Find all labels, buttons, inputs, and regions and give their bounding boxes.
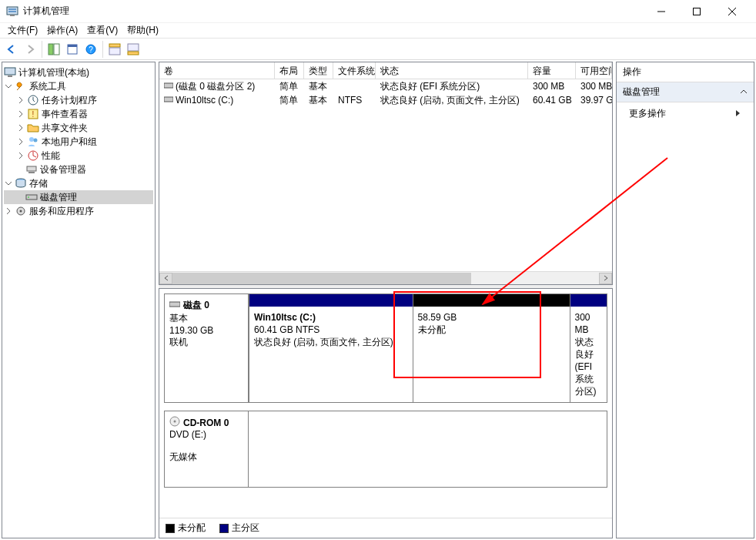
vol-status: 状态良好 (EFI 系统分区) xyxy=(376,79,528,94)
scroll-thumb[interactable] xyxy=(172,273,471,284)
workspace: 计算机管理(本地) 系统工具 任务计划程序 ! 事件查看器 共享文件夹 xyxy=(0,60,756,540)
view-bottom-button[interactable] xyxy=(125,41,142,58)
menu-help[interactable]: 帮助(H) xyxy=(122,22,163,39)
users-icon xyxy=(27,136,39,148)
menu-file[interactable]: 文件(F) xyxy=(3,22,42,39)
scroll-track[interactable] xyxy=(172,273,599,284)
svg-rect-27 xyxy=(28,172,35,173)
tree-local-users[interactable]: 本地用户和组 xyxy=(4,135,153,149)
actions-more[interactable]: 更多操作 xyxy=(617,102,754,125)
tree-disk-management-label: 磁盘管理 xyxy=(40,191,77,204)
scroll-right-button[interactable] xyxy=(599,273,612,284)
volume-row[interactable]: Win10ltsc (C:) 简单 基本 NTFS 状态良好 (启动, 页面文件… xyxy=(159,93,612,107)
svg-rect-5 xyxy=(694,8,701,15)
tree-root[interactable]: 计算机管理(本地) xyxy=(4,65,153,79)
tree-services-apps[interactable]: 服务和应用程序 xyxy=(4,204,153,218)
tree-performance[interactable]: 性能 xyxy=(4,149,153,163)
volume-row[interactable]: (磁盘 0 磁盘分区 2) 简单 基本 状态良好 (EFI 系统分区) 300 … xyxy=(159,79,612,93)
tree-local-users-label: 本地用户和组 xyxy=(42,136,97,149)
actions-section[interactable]: 磁盘管理 xyxy=(617,82,754,102)
services-icon xyxy=(15,205,27,217)
tree-task-scheduler-label: 任务计划程序 xyxy=(42,94,97,107)
close-button[interactable] xyxy=(714,0,750,23)
volume-list-header: 卷 布局 类型 文件系统 状态 容量 可用空间 xyxy=(159,62,612,79)
disk-panel: 磁盘 0 基本 119.30 GB 联机 Win10ltsc (C:) 60.4… xyxy=(159,288,613,538)
nav-forward-button[interactable] xyxy=(22,41,38,58)
vol-status: 状态良好 (启动, 页面文件, 主分区) xyxy=(376,93,528,108)
minimize-button[interactable] xyxy=(644,0,679,23)
disk-kind: DVD (E:) xyxy=(169,429,243,440)
partition[interactable]: Win10ltsc (C:) 60.41 GB NTFS 状态良好 (启动, 页… xyxy=(249,293,413,403)
col-layout[interactable]: 布局 xyxy=(275,62,304,79)
tree-disk-management[interactable]: 磁盘管理 xyxy=(4,190,153,204)
help-button[interactable]: ? xyxy=(82,41,99,58)
vol-type: 基本 xyxy=(304,93,333,108)
nav-back-button[interactable] xyxy=(3,41,20,58)
tree-panel[interactable]: 计算机管理(本地) 系统工具 任务计划程序 ! 事件查看器 共享文件夹 xyxy=(2,62,156,538)
partition-size: 58.59 GB xyxy=(418,311,565,324)
disk-label[interactable]: 磁盘 0 基本 119.30 GB 联机 xyxy=(164,293,249,403)
expand-icon[interactable] xyxy=(16,96,25,105)
partition-status: 状态良好 (启动, 页面文件, 主分区) xyxy=(254,336,408,348)
col-fs[interactable]: 文件系统 xyxy=(333,62,376,79)
col-type[interactable]: 类型 xyxy=(304,62,333,79)
svg-rect-26 xyxy=(27,166,36,171)
svg-point-37 xyxy=(174,421,176,423)
menu-action[interactable]: 操作(A) xyxy=(42,22,82,39)
col-vol[interactable]: 卷 xyxy=(159,62,275,79)
partition-unallocated[interactable]: 58.59 GB 未分配 xyxy=(413,293,570,403)
toolbar: ? xyxy=(0,39,756,60)
tree-device-manager[interactable]: 设备管理器 xyxy=(4,163,153,176)
event-icon: ! xyxy=(27,108,39,120)
partition[interactable]: 300 MB 状态良好 (EFI 系统分区) xyxy=(570,293,608,403)
view-top-button[interactable] xyxy=(106,41,123,58)
maximize-button[interactable] xyxy=(679,0,714,23)
computer-icon xyxy=(4,66,16,79)
center-panel: 卷 布局 类型 文件系统 状态 容量 可用空间 (磁盘 0 磁盘分区 2) 简单… xyxy=(159,62,613,538)
tree-event-viewer[interactable]: ! 事件查看器 xyxy=(4,107,153,121)
col-capacity[interactable]: 容量 xyxy=(528,62,576,79)
disk-row[interactable]: 磁盘 0 基本 119.30 GB 联机 Win10ltsc (C:) 60.4… xyxy=(164,293,607,403)
h-scrollbar[interactable] xyxy=(159,271,612,284)
svg-rect-3 xyxy=(10,15,15,16)
disk-label[interactable]: CD-ROM 0 DVD (E:) 无媒体 xyxy=(164,411,249,488)
tree-task-scheduler[interactable]: 任务计划程序 xyxy=(4,93,153,107)
svg-point-23 xyxy=(29,137,34,142)
vol-name: Win10ltsc (C:) xyxy=(176,95,233,106)
vol-fs: NTFS xyxy=(333,94,376,106)
expand-icon[interactable] xyxy=(16,151,25,160)
col-free[interactable]: 可用空间 xyxy=(576,62,612,79)
legend-swatch xyxy=(166,524,175,533)
disk-partitions xyxy=(249,411,607,488)
vol-layout: 简单 xyxy=(275,79,304,94)
actions-header: 操作 xyxy=(617,62,754,82)
disk-icon xyxy=(169,299,180,312)
svg-rect-14 xyxy=(109,44,120,47)
disk-row[interactable]: CD-ROM 0 DVD (E:) 无媒体 xyxy=(164,411,607,488)
svg-rect-15 xyxy=(109,48,120,55)
svg-rect-33 xyxy=(164,83,173,88)
disk-status: 无媒体 xyxy=(169,451,243,464)
expand-icon[interactable] xyxy=(16,123,25,132)
col-status[interactable]: 状态 xyxy=(376,62,528,79)
svg-point-24 xyxy=(34,139,38,143)
tree-shared-folders[interactable]: 共享文件夹 xyxy=(4,121,153,135)
svg-point-32 xyxy=(20,210,22,213)
partition-status: 状态良好 (EFI 系统分区) xyxy=(575,336,603,397)
expand-icon[interactable] xyxy=(16,109,25,119)
disk-icon xyxy=(164,81,173,92)
collapse-icon[interactable] xyxy=(4,179,13,188)
menu-view[interactable]: 查看(V) xyxy=(82,22,122,39)
tree-storage[interactable]: 存储 xyxy=(4,176,153,190)
svg-rect-1 xyxy=(8,8,16,10)
tree-system-tools[interactable]: 系统工具 xyxy=(4,79,153,93)
svg-rect-9 xyxy=(54,44,59,55)
show-hide-tree-button[interactable] xyxy=(45,41,62,58)
vol-type: 基本 xyxy=(304,79,333,94)
expand-icon[interactable] xyxy=(16,137,25,146)
collapse-icon[interactable] xyxy=(4,82,13,91)
properties-button[interactable] xyxy=(64,41,81,58)
expand-icon[interactable] xyxy=(4,206,13,216)
scroll-left-button[interactable] xyxy=(159,273,172,284)
tree-performance-label: 性能 xyxy=(42,149,60,163)
